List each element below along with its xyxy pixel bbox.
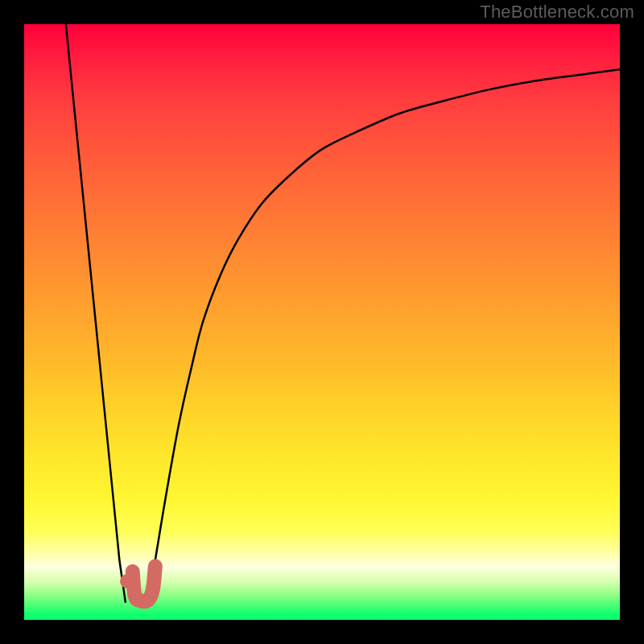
highlight-layer — [24, 24, 620, 620]
chart-frame: TheBottleneck.com — [0, 0, 644, 644]
watermark-text: TheBottleneck.com — [480, 2, 634, 23]
plot-area — [24, 24, 620, 620]
highlight-hook — [133, 566, 155, 601]
